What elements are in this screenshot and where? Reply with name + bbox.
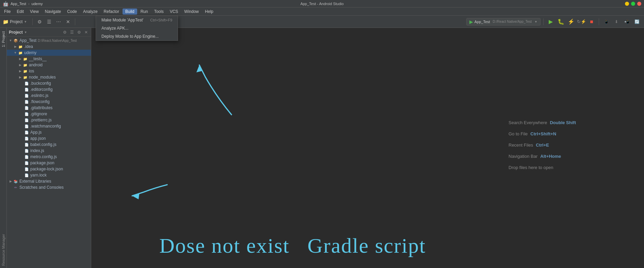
shortcut-row-navbar: Navigation Bar Alt+Home (509, 154, 576, 159)
file-icon-appjs: 📄 (24, 130, 29, 135)
tree-item-watchmanconfig[interactable]: 📄 .watchmanconfig (7, 123, 91, 129)
menu-view[interactable]: View (27, 9, 42, 15)
shortcut-row-recent: Recent Files Ctrl+E (509, 143, 576, 148)
tree-item-indexjs[interactable]: 📄 index.js (7, 148, 91, 154)
main-content: Search Everywhere Double Shift Go to Fil… (91, 28, 644, 268)
file-icon-metro: 📄 (24, 154, 29, 160)
panel-gear-btn[interactable]: ⚙ (76, 30, 82, 35)
menu-code[interactable]: Code (64, 9, 80, 15)
build-make-module[interactable]: Make Module 'AppTest' Ctrl+Shift+F9 (96, 16, 178, 24)
file-icon-prettierrc: 📄 (24, 117, 29, 123)
title-bar-center: App_Test - Android Studio (300, 2, 343, 6)
toolbar-sync-btn[interactable]: 🔄 (632, 17, 641, 26)
tree-item-eslintrc[interactable]: 📄 .eslintrc.js (7, 93, 91, 99)
toolbar-separator-3 (543, 18, 544, 25)
tree-item-packagejson[interactable]: 📄 package.json (7, 160, 91, 166)
menu-help[interactable]: Help (202, 9, 216, 15)
title-bar-left: 🤖 App_Test › udemy (3, 1, 43, 6)
tree-item-gitattributes[interactable]: 📄 .gitattributes (7, 105, 91, 111)
tree-item-idea[interactable]: ▶ 📁 .idea (7, 44, 91, 50)
tree-item-babel[interactable]: 📄 babel.config.js (7, 141, 91, 148)
apply-changes-button[interactable]: ⚡ (567, 17, 576, 26)
tab-project[interactable]: 1: Project (0, 29, 6, 49)
menu-refactor[interactable]: Refactor (101, 9, 122, 15)
window-controls (625, 2, 641, 6)
panel-title: Project ▼ (9, 30, 27, 35)
tree-item-appjs[interactable]: 📄 App.js (7, 129, 91, 135)
run-configuration[interactable]: ▶ App_Test D:/React Native/App_Test ▼ (466, 18, 541, 26)
tree-item-ios[interactable]: ▶ 📁 ios (7, 68, 91, 74)
tree-item-node-modules[interactable]: ▶ 📁 node_modules (7, 74, 91, 80)
app-icon: 🤖 (3, 1, 9, 6)
toolbar-settings-btn[interactable]: ⚙ (35, 18, 44, 26)
folder-icon-android: 📁 (22, 62, 28, 68)
scratches-icon: ✏ (13, 185, 18, 190)
tree-item-yarnlock[interactable]: 📄 yarn.lock (7, 172, 91, 178)
menu-bar: File Edit View Navigate Code Analyze Ref… (0, 7, 644, 16)
tree-item-tests[interactable]: ▶ 📁 __tests__ (7, 56, 91, 62)
panel-settings-btn[interactable]: ⚙ (62, 30, 68, 35)
menu-run[interactable]: Run (138, 9, 151, 15)
toolbar-project-selector[interactable]: 📁 Project ▼ (3, 19, 27, 24)
panel-close-btn[interactable]: ✕ (83, 30, 89, 35)
tree-arrow-android: ▶ (18, 63, 22, 67)
main-layout: 1: Project Resource Manager Project ▼ ⚙ … (0, 28, 644, 268)
sdk-manager-btn[interactable]: ⬇ (612, 17, 621, 26)
file-icon-packagejson: 📄 (24, 160, 29, 166)
tree-item-scratches[interactable]: ▶ ✏ Scratches and Consoles (7, 184, 91, 190)
close-button[interactable] (637, 2, 641, 6)
tree-item-appjson[interactable]: 📄 app.json (7, 135, 91, 141)
tab-resource-manager[interactable]: Resource Manager (0, 232, 6, 268)
tree-item-external-libs[interactable]: ▶ 📚 External Libraries (7, 178, 91, 184)
menu-navigate[interactable]: Navigate (42, 9, 64, 15)
shortcut-row-search: Search Everywhere Double Shift (509, 120, 576, 125)
file-icon-gitignore: 📄 (24, 111, 29, 117)
toolbar-separator-1 (32, 18, 33, 25)
tree-item-udemy[interactable]: ▼ 📁 udemy (7, 50, 91, 56)
debug-button[interactable]: 🐛 (557, 17, 565, 26)
menu-edit[interactable]: Edit (14, 9, 27, 15)
annotation-text: Dose not exist Gradle script (159, 234, 426, 258)
avd-manager-btn[interactable]: 📲 (622, 17, 631, 26)
build-deploy-module[interactable]: Deploy Module to App Engine... (96, 32, 178, 40)
build-analyze-apk[interactable]: Analyze APK... (96, 24, 178, 32)
tree-item-buckconfig[interactable]: 📄 .buckconfig (7, 80, 91, 86)
menu-vcs[interactable]: VCS (167, 9, 181, 15)
file-icon-watchmanconfig: 📄 (24, 123, 29, 129)
toolbar-more-btn[interactable]: ⋯ (54, 18, 63, 26)
run-button[interactable]: ▶ (546, 17, 555, 26)
svg-marker-1 (132, 193, 139, 199)
panel-layout-btn[interactable]: ☰ (69, 30, 75, 35)
left-side-tabs: 1: Project Resource Manager (0, 28, 7, 268)
tree-arrow-udemy: ▼ (13, 51, 18, 54)
tree-item-flowconfig[interactable]: 📄 .flowconfig (7, 99, 91, 105)
file-icon-gitattributes: 📄 (24, 105, 29, 111)
tree-item-packagelockjson[interactable]: 📄 package-lock.json (7, 166, 91, 172)
tree-item-metro[interactable]: 📄 metro.config.js (7, 154, 91, 160)
menu-tools[interactable]: Tools (151, 9, 166, 15)
tree-arrow-apptest: ▼ (8, 39, 13, 42)
tree-arrow-ext-libs: ▶ (8, 180, 13, 183)
menu-build[interactable]: Build (123, 9, 137, 15)
toolbar-close-panel-btn[interactable]: ✕ (64, 18, 72, 26)
tree-item-apptest[interactable]: ▼ 📦 App_Test D:\React.Native\App_Test (7, 37, 91, 44)
maximize-button[interactable] (631, 2, 635, 6)
menu-analyze[interactable]: Analyze (80, 9, 100, 15)
file-icon-packagelockjson: 📄 (24, 166, 29, 172)
minimize-button[interactable] (625, 2, 629, 6)
project-icon: 📦 (13, 38, 18, 43)
menu-window[interactable]: Window (181, 9, 202, 15)
tree-item-gitignore[interactable]: 📄 .gitignore (7, 111, 91, 117)
menu-file[interactable]: File (1, 9, 13, 15)
title-bar: 🤖 App_Test › udemy App_Test - Android St… (0, 0, 644, 7)
file-icon-editorconfig: 📄 (24, 87, 29, 92)
tree-item-editorconfig[interactable]: 📄 .editorconfig (7, 86, 91, 93)
toolbar-layout-btn[interactable]: ☰ (45, 18, 53, 26)
tree-item-android[interactable]: ▶ 📁 android (7, 62, 91, 68)
title-project: App_Test (11, 2, 26, 6)
welcome-shortcuts: Search Everywhere Double Shift Go to Fil… (509, 120, 576, 176)
tree-item-prettierrc[interactable]: 📄 .prettierrc.js (7, 117, 91, 123)
apply-restart-button[interactable]: ↻⚡ (577, 17, 586, 26)
stop-button[interactable]: ■ (587, 17, 596, 26)
device-manager-btn[interactable]: 📱 (602, 17, 611, 26)
